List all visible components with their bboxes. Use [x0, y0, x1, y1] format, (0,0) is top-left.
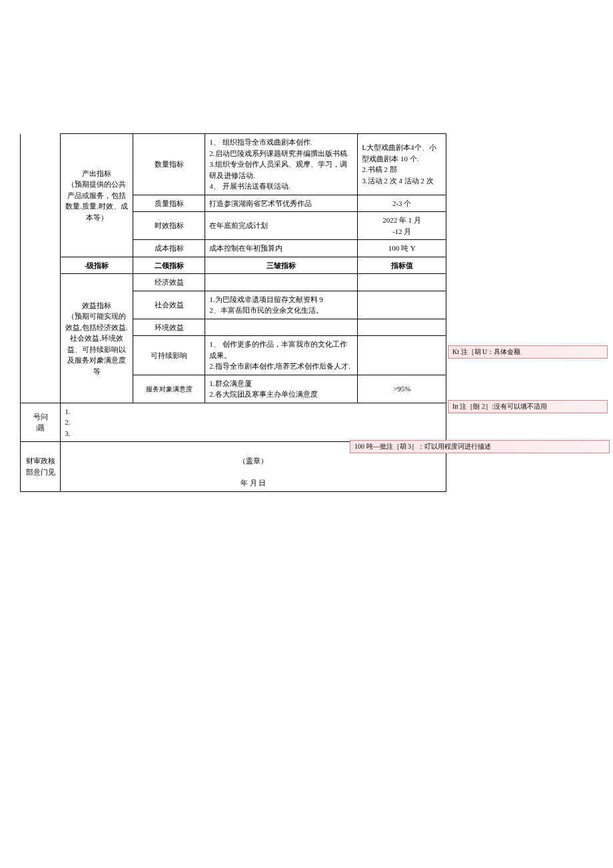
l3-time: 在年底前完成计划	[205, 212, 358, 240]
l3-quantity: 1、 组织指导全市戏曲剧本创作. 2.启动巴陵戏系列课题研究并编撰出版书稿. 3…	[205, 134, 358, 195]
issues-label: 号问 |题	[21, 403, 61, 442]
l3-satisfaction: 1.群众满意厦 2.各大院团及寒事主办单位满意度	[205, 375, 358, 403]
left-margin-cell	[21, 134, 61, 403]
l3-economic	[205, 274, 358, 291]
l2-satisfaction: 服务对象满意度	[133, 375, 205, 403]
l2-cost: 成本指标	[133, 240, 205, 257]
l3-quality: 打造参演湖南省艺术节优秀作品	[205, 195, 358, 212]
comment-1: Kt 注［胡 U：具体金额	[448, 345, 608, 359]
l3-cost: 成本控制在年初预算内	[205, 240, 358, 257]
val-cost: 100 吨 Y	[358, 240, 446, 257]
l2-quality: 质量指标	[133, 195, 205, 212]
val-time: 2022 年 1 月 -12 月	[358, 212, 446, 240]
val-satisfaction: >95%	[358, 375, 446, 403]
l2-social: 社会效益	[133, 291, 205, 319]
l3-env	[205, 319, 358, 336]
comment-2: Itt 注［朗 2］:没有可以填不适用	[448, 400, 608, 413]
val-env	[358, 319, 446, 336]
l2-sustain: 可持续影响	[133, 336, 205, 375]
output-indicator-label: 产出指标 （预期提供的公共产品或服务，包括数量.质量.时效、成本等）	[61, 134, 133, 257]
hdr-l2: 二领指标	[133, 257, 205, 274]
l3-social: 1.为巴陵戏非遗项目留存文献资料 9 2、丰富岳阳市民的业余文化生活。	[205, 291, 358, 319]
finance-label: 财审政核 部意门见	[21, 442, 61, 492]
hdr-l3: 三皱指标	[205, 257, 358, 274]
issues-content: 1. 2. 3.	[61, 403, 446, 442]
benefit-indicator-label: 效益指标 （预期可能实现的效益,包括经济效益.社会效益.环境效益、可持续影响以及…	[61, 274, 133, 403]
val-social	[358, 291, 446, 319]
performance-indicator-table: 产出指标 （预期提供的公共产品或服务，包括数量.质量.时效、成本等） 数量指标 …	[20, 133, 446, 492]
l2-economic: 经济效益	[133, 274, 205, 291]
l2-time: 时效指标	[133, 212, 205, 240]
val-quantity: L大型戏曲剧本4个、小型戏曲剧本 10 个. 2.书稿 2 部 3.活动 2 次…	[358, 134, 446, 195]
hdr-val: 指标值	[358, 257, 446, 274]
val-economic	[358, 274, 446, 291]
val-sustain	[358, 336, 446, 375]
val-quality: 2-3 个	[358, 195, 446, 212]
l2-env: 环境效益	[133, 319, 205, 336]
l3-sustain: 1、 创作更多的作品，丰富我市的文化工作成果。 2.指导全市剧本创作,培养艺术创…	[205, 336, 358, 375]
comment-3: 100 吨—批注［胡 3］：叮以用程度诃进行描述	[350, 440, 610, 453]
l2-quantity: 数量指标	[133, 134, 205, 195]
hdr-l1: -级指标	[61, 257, 133, 274]
